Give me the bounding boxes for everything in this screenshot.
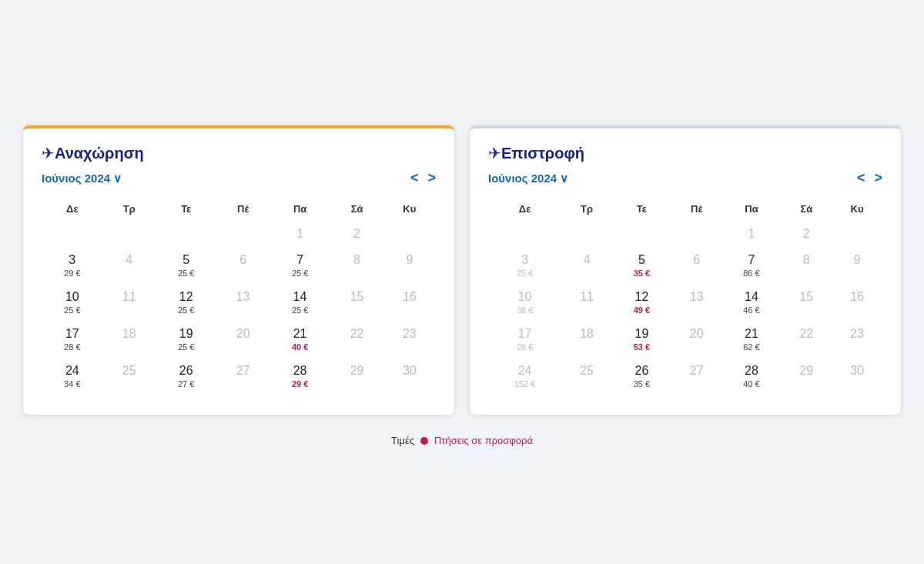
day-cell[interactable]: 15: [330, 285, 383, 322]
day-cell[interactable]: 1025 €: [42, 285, 103, 322]
day-cell[interactable]: 30: [383, 359, 436, 396]
day-cell[interactable]: 27: [217, 359, 270, 396]
return-next-arrow[interactable]: >: [874, 170, 882, 186]
day-cell[interactable]: 1728 €: [42, 322, 103, 359]
day-cell[interactable]: 725 €: [270, 249, 331, 285]
legend-offer-dot: [420, 437, 428, 445]
day-price: 86 €: [724, 269, 780, 278]
day-cell[interactable]: 1925 €: [156, 322, 217, 359]
day-cell[interactable]: 2627 €: [156, 359, 217, 396]
day-cell[interactable]: 16: [832, 285, 882, 322]
day-cell: [832, 222, 882, 249]
day-number: 21: [271, 327, 330, 341]
day-cell[interactable]: 329 €: [42, 249, 103, 285]
day-cell[interactable]: 22: [781, 322, 832, 359]
day-cell[interactable]: 18: [103, 322, 156, 359]
day-cell[interactable]: 9: [383, 249, 436, 285]
departure-prev-arrow[interactable]: <: [410, 170, 419, 186]
day-cell[interactable]: 2635 €: [612, 359, 671, 396]
day-cell[interactable]: 30: [832, 359, 882, 396]
day-cell[interactable]: 13: [671, 285, 722, 322]
day-cell[interactable]: 1: [270, 222, 331, 249]
day-cell[interactable]: 535 €: [612, 249, 671, 285]
weekday-header-Κυ: Κυ: [383, 199, 436, 222]
day-cell[interactable]: 1953 €: [612, 322, 671, 359]
day-cell[interactable]: 1446 €: [722, 285, 782, 322]
day-cell[interactable]: 1038 €: [488, 285, 561, 322]
day-cell[interactable]: 1728 €: [488, 322, 561, 359]
day-number: 10: [43, 290, 102, 304]
day-cell[interactable]: 23: [383, 322, 436, 359]
day-cell[interactable]: 2140 €: [270, 322, 331, 359]
day-number: 8: [332, 253, 381, 267]
day-cell[interactable]: 8: [781, 249, 832, 285]
day-number: 26: [614, 364, 670, 378]
day-cell[interactable]: 2840 €: [722, 359, 782, 396]
weekday-header-Τε: Τε: [156, 199, 217, 222]
return-prev-arrow[interactable]: <: [857, 170, 865, 186]
day-cell[interactable]: 23: [832, 322, 882, 359]
day-cell[interactable]: 1425 €: [270, 285, 331, 322]
day-cell[interactable]: 11: [103, 285, 156, 322]
departure-header: ✈ Αναχώρηση: [42, 144, 436, 162]
day-price: 25 €: [157, 305, 216, 315]
day-number: 29: [332, 364, 381, 378]
departure-month-label[interactable]: Ιούνιος 2024 ∨: [42, 172, 122, 185]
day-cell[interactable]: 25: [103, 359, 156, 396]
day-cell[interactable]: 20: [671, 322, 722, 359]
day-cell[interactable]: 29: [781, 359, 832, 396]
day-number: 23: [833, 327, 881, 341]
day-number: 1: [724, 227, 780, 241]
day-cell: [103, 222, 156, 249]
return-month-label[interactable]: Ιούνιος 2024 ∨: [488, 172, 568, 185]
day-cell[interactable]: 6: [217, 249, 270, 285]
day-cell[interactable]: 786 €: [722, 249, 782, 285]
day-cell[interactable]: 2: [330, 222, 383, 249]
table-row: 1728 €181925 €202140 €2223: [42, 322, 436, 359]
day-cell[interactable]: 2434 €: [42, 359, 103, 396]
day-cell[interactable]: 25: [561, 359, 612, 396]
departure-next-arrow[interactable]: >: [427, 170, 436, 186]
day-price: 27 €: [157, 379, 216, 389]
day-cell[interactable]: 1225 €: [156, 285, 217, 322]
day-price: 25 €: [157, 342, 216, 352]
day-number: 27: [673, 364, 721, 378]
day-cell[interactable]: 8: [330, 249, 383, 285]
day-cell[interactable]: 1: [722, 222, 782, 249]
day-cell[interactable]: 6: [671, 249, 722, 285]
plane-departure-icon: ✈: [42, 144, 55, 162]
day-cell[interactable]: 13: [217, 285, 270, 322]
day-number: 15: [782, 290, 830, 304]
departure-title: Αναχώρηση: [55, 145, 144, 162]
day-cell[interactable]: 2829 €: [270, 359, 331, 396]
day-cell[interactable]: 20: [217, 322, 270, 359]
day-number: 16: [385, 290, 434, 304]
day-cell[interactable]: 1249 €: [612, 285, 671, 322]
return-month-nav: Ιούνιος 2024 ∨ < >: [488, 170, 882, 186]
day-price: 62 €: [724, 342, 780, 352]
day-price: 29 €: [43, 269, 102, 278]
day-number: 24: [490, 364, 560, 378]
day-cell[interactable]: 9: [832, 249, 882, 285]
day-cell[interactable]: 2162 €: [722, 322, 782, 359]
day-cell[interactable]: 27: [671, 359, 722, 396]
day-number: 2: [782, 227, 830, 241]
day-number: 23: [385, 327, 434, 341]
day-cell[interactable]: 16: [383, 285, 436, 322]
day-cell[interactable]: 15: [781, 285, 832, 322]
day-cell[interactable]: 2: [781, 222, 832, 249]
day-cell[interactable]: 325 €: [488, 249, 561, 285]
table-row: 1038 €111249 €131446 €1516: [488, 285, 882, 322]
day-cell[interactable]: 22: [330, 322, 383, 359]
day-cell[interactable]: 525 €: [156, 249, 217, 285]
day-cell[interactable]: 11: [561, 285, 612, 322]
day-number: 5: [614, 253, 670, 267]
day-cell: [383, 222, 436, 249]
day-cell[interactable]: 4: [103, 249, 156, 285]
day-cell[interactable]: 4: [561, 249, 612, 285]
day-cell[interactable]: 24152 €: [488, 359, 561, 396]
day-cell[interactable]: 29: [330, 359, 383, 396]
day-cell[interactable]: 18: [561, 322, 612, 359]
day-price: 53 €: [614, 342, 670, 352]
return-grid: ΔεΤρΤεΠέΠαΣάΚυ 12325 €4535 €6786 €891038…: [488, 199, 882, 396]
